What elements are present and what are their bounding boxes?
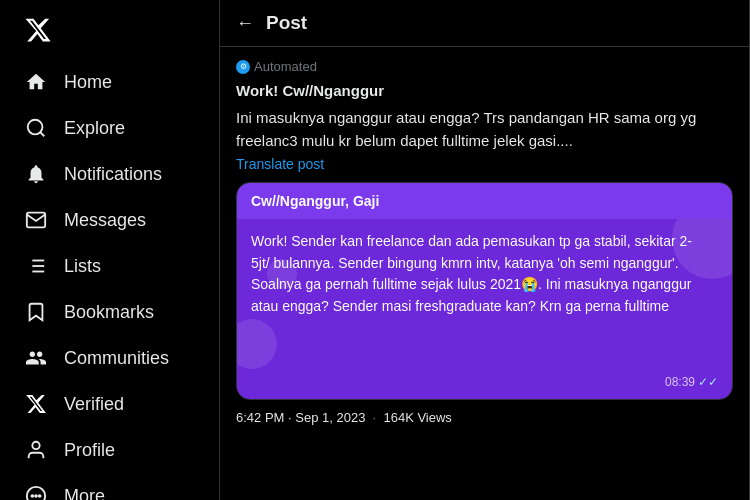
post-header: ← Post [220, 0, 749, 47]
communities-icon [24, 346, 48, 370]
lists-label: Lists [64, 256, 101, 277]
chat-card-header: Cw//Nganggur, Gaji [237, 183, 732, 219]
sidebar-item-notifications[interactable]: Notifications [12, 152, 207, 196]
chat-time-value: 08:39 [665, 375, 695, 389]
messages-label: Messages [64, 210, 146, 231]
sidebar-item-profile[interactable]: Profile [12, 428, 207, 472]
read-receipts: ✓✓ [698, 375, 718, 389]
post-datetime: 6:42 PM · Sep 1, 2023 [236, 410, 365, 425]
sidebar: Home Explore Notifications [0, 0, 220, 500]
sidebar-item-messages[interactable]: Messages [12, 198, 207, 242]
communities-label: Communities [64, 348, 169, 369]
chat-message: Work! Sender kan freelance dan ada pemas… [251, 231, 718, 318]
sidebar-item-more[interactable]: More [12, 474, 207, 500]
sidebar-item-bookmarks[interactable]: Bookmarks [12, 290, 207, 334]
sidebar-item-lists[interactable]: Lists [12, 244, 207, 288]
automated-icon: ⚙ [236, 60, 250, 74]
svg-point-8 [27, 487, 45, 500]
bookmarks-icon [24, 300, 48, 324]
translate-link[interactable]: Translate post [236, 156, 733, 172]
back-button[interactable]: ← [236, 13, 254, 34]
notifications-icon [24, 162, 48, 186]
post-meta: 6:42 PM · Sep 1, 2023 · 164K Views [236, 410, 733, 429]
chat-timestamp: 08:39 ✓✓ [665, 375, 718, 389]
notifications-label: Notifications [64, 164, 162, 185]
home-icon [24, 70, 48, 94]
twitter-x-logo[interactable] [12, 8, 207, 56]
chat-card-title: Cw//Nganggur, Gaji [251, 193, 379, 209]
svg-point-9 [31, 495, 33, 497]
svg-point-10 [35, 495, 37, 497]
chat-card-body: Work! Sender kan freelance dan ada pemas… [237, 219, 732, 399]
more-label: More [64, 486, 105, 501]
svg-point-11 [39, 495, 41, 497]
chat-card: Cw//Nganggur, Gaji Work! Sender kan free… [236, 182, 733, 400]
sidebar-item-explore[interactable]: Explore [12, 106, 207, 150]
post-content: ⚙ Automated Work! Cw//Nganggur Ini masuk… [220, 47, 749, 441]
explore-icon [24, 116, 48, 140]
tweet-text: Ini masuknya nganggur atau engga? Trs pa… [236, 107, 733, 152]
profile-icon [24, 438, 48, 462]
bookmarks-label: Bookmarks [64, 302, 154, 323]
tweet-subject: Work! Cw//Nganggur [236, 82, 733, 99]
sidebar-item-verified[interactable]: Verified [12, 382, 207, 426]
sidebar-item-home[interactable]: Home [12, 60, 207, 104]
main-navigation: Home Explore Notifications [12, 60, 207, 500]
lists-icon [24, 254, 48, 278]
svg-point-7 [32, 442, 39, 449]
messages-icon [24, 208, 48, 232]
post-views: 164K Views [383, 410, 451, 425]
home-label: Home [64, 72, 112, 93]
svg-point-0 [28, 120, 43, 135]
verified-label: Verified [64, 394, 124, 415]
profile-label: Profile [64, 440, 115, 461]
automated-label: Automated [254, 59, 317, 74]
automated-badge: ⚙ Automated [236, 59, 733, 74]
explore-label: Explore [64, 118, 125, 139]
post-title: Post [266, 12, 307, 34]
verified-icon [24, 392, 48, 416]
more-icon [24, 484, 48, 500]
sidebar-item-communities[interactable]: Communities [12, 336, 207, 380]
post-detail: ← Post ⚙ Automated Work! Cw//Nganggur In… [220, 0, 750, 500]
